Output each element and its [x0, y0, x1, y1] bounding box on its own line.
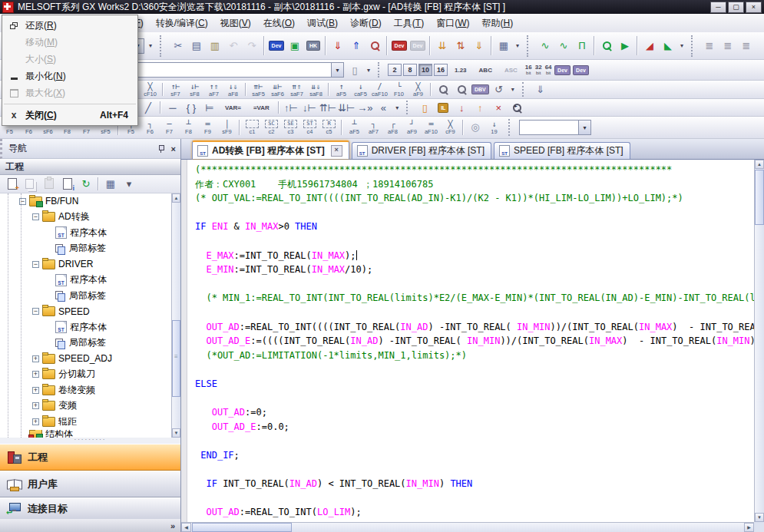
collapse-toggle-icon[interactable]: − — [32, 308, 39, 315]
tree-item[interactable]: ST程序本体 — [0, 225, 180, 241]
statement-3-button[interactable]: ⇓ — [471, 35, 488, 58]
refresh-view-button[interactable]: ↻ — [78, 177, 94, 192]
fkey-19-button[interactable]: ↓19 — [485, 120, 504, 135]
fkey-F10-button[interactable]: └F10 — [389, 82, 408, 97]
fkey-c5-button[interactable]: Rc5 — [319, 120, 339, 135]
fkey-saF5-button[interactable]: ⇈⊢saF5 — [249, 82, 268, 97]
editor-horizontal-scrollbar[interactable]: ◀ ▶ — [181, 522, 754, 532]
panel-splitter[interactable]: ········· — [0, 438, 180, 444]
fkey-sF9-button[interactable]: │sF9 — [217, 120, 236, 135]
blank-button-button[interactable] — [598, 118, 615, 137]
display-real-button[interactable]: 1.23 — [450, 66, 471, 74]
document-tab[interactable]: STAD转换 [FB] 程序本体 [ST]× — [192, 140, 349, 159]
fkey-F8-button[interactable]: ┴F8 — [179, 120, 198, 135]
more-buttons-chevron[interactable]: » — [170, 521, 175, 530]
editor-vertical-scrollbar[interactable]: ▲ ▼ — [754, 160, 764, 522]
display-hex-button[interactable]: 16 — [434, 64, 448, 76]
tree-item[interactable]: +辊距 — [0, 414, 180, 430]
sampling-trace-3-button[interactable]: Π — [574, 35, 590, 58]
fkey-c3-button[interactable]: SEc3 — [281, 120, 300, 135]
menu-item[interactable]: 诊断(D) — [344, 15, 388, 32]
horizontal-line-button[interactable]: ─ — [164, 101, 181, 115]
scroll-left-icon[interactable]: ◀ — [181, 523, 191, 532]
tree-item[interactable]: 局部标签 — [0, 335, 180, 352]
toolbar-overflow-icon[interactable]: ▾ — [146, 42, 155, 49]
toolbar-grip[interactable] — [508, 119, 514, 136]
fkey-saF7-button[interactable]: ⇈⇑saF7 — [287, 82, 306, 97]
watch-window-1-button[interactable] — [435, 82, 451, 97]
trace-search-button[interactable] — [598, 35, 615, 58]
device-comment-button[interactable]: Dev — [268, 35, 285, 58]
device-test-1-button[interactable]: Dev — [554, 61, 571, 78]
tree-item[interactable]: 局部标签 — [0, 241, 180, 257]
fkey-aF8-button[interactable]: ┌aF8 — [383, 120, 402, 135]
new-data-button[interactable]: ▯ — [416, 101, 433, 115]
display-octal-button[interactable]: 8 — [403, 64, 417, 76]
undo-button[interactable]: ↶ — [225, 35, 242, 58]
redo-button[interactable]: ↷ — [243, 35, 260, 58]
insert-statement-button[interactable]: ⇓ — [532, 82, 549, 97]
statement-1-button[interactable]: ⇊ — [434, 35, 451, 58]
display-16bit-button[interactable]: 16bit — [525, 64, 532, 75]
list-view-3-button[interactable]: ≣ — [738, 35, 755, 58]
collapse-toggle-icon[interactable]: − — [32, 213, 39, 220]
scroll-up-icon[interactable]: ▲ — [755, 160, 764, 169]
fkey-saF6-button[interactable]: ⇊⊢saF6 — [268, 82, 287, 97]
tree-item[interactable]: −DRIVER — [0, 256, 180, 273]
menu-item[interactable]: 调试(B) — [301, 15, 344, 32]
verify-with-plc-button[interactable] — [366, 35, 383, 58]
sysmenu-item[interactable]: x关闭(C)Alt+F4 — [2, 107, 137, 124]
display-32bit-button[interactable]: 32bit — [535, 64, 542, 75]
fkey-caF10-button[interactable]: /caF10 — [370, 82, 389, 97]
fkey-aF8-button[interactable]: ↓⇓aF8 — [223, 82, 243, 97]
sort-display-button[interactable]: ▦ — [102, 177, 119, 192]
rising-pulse-button[interactable]: ↑⊢ — [283, 101, 299, 115]
scroll-right-icon[interactable]: ▶ — [744, 523, 754, 532]
device-test-2-button[interactable]: Dev — [573, 61, 590, 78]
display-ascii-button[interactable]: ASC — [500, 66, 522, 74]
falling-pulse-button[interactable]: ↓⊢ — [301, 101, 318, 115]
expand-toggle-icon[interactable]: + — [32, 418, 39, 425]
line-delete-button[interactable]: ╱ — [140, 101, 157, 115]
toolbar-overflow-icon[interactable]: ▾ — [677, 42, 686, 49]
paste-button[interactable]: ▥ — [207, 35, 223, 58]
fkey-F9-button[interactable]: ═F9 — [198, 120, 217, 135]
scroll-thumb[interactable] — [755, 170, 764, 225]
tree-item[interactable]: −FB/FUN — [0, 193, 180, 210]
nav-button-project[interactable]: 工程 — [0, 444, 180, 471]
trace-start-button[interactable]: ▶ — [617, 35, 633, 58]
fkey-aF5-button[interactable]: ┴aF5 — [345, 120, 364, 135]
display-decimal-button[interactable]: 10 — [418, 64, 432, 76]
fkey-sF7-button[interactable]: ↑⊢sF7 — [166, 82, 185, 97]
read-from-plc-button[interactable]: ⇑ — [348, 35, 365, 58]
write-to-plc-button[interactable]: ⇓ — [329, 35, 346, 58]
list-view-2-button[interactable]: ≣ — [719, 35, 736, 58]
trend-graph-1-button[interactable]: ◢ — [641, 35, 658, 58]
tree-item[interactable]: ST程序本体 — [0, 273, 180, 289]
return-button[interactable]: « — [375, 101, 392, 115]
copy-data-button[interactable] — [22, 177, 39, 192]
watch-window-2-button[interactable] — [453, 82, 470, 97]
fkey-c2-button[interactable]: SCc2 — [262, 120, 281, 135]
sort-display-drop-button[interactable]: ▾ — [121, 177, 137, 192]
data-properties-button[interactable]: i — [59, 177, 76, 192]
menu-item[interactable]: 视图(V) — [214, 15, 257, 32]
scroll-up-icon[interactable]: ▲ — [172, 193, 180, 203]
toolbar-overflow-icon[interactable]: ▾ — [508, 86, 518, 93]
expand-toggle-icon[interactable]: + — [32, 387, 39, 394]
nav-button-connect[interactable]: ↩连接目标 — [0, 497, 180, 520]
app-icon[interactable] — [2, 2, 14, 13]
find-next-button[interactable]: ↓ — [453, 101, 470, 115]
nav-button-userlib[interactable]: 用户库 — [0, 471, 180, 497]
tab-close-icon[interactable]: × — [331, 145, 342, 157]
monitor-start-button[interactable]: ▣ — [286, 35, 303, 58]
list-view-1-button[interactable]: ≣ — [701, 35, 718, 58]
sysmenu-item[interactable]: 还原(R) — [2, 17, 137, 34]
fkey-c4-button[interactable]: STc4 — [300, 120, 319, 135]
rising-branch-button[interactable]: ⇈⊢ — [319, 101, 336, 115]
fkey-sF8-button[interactable]: ↓⊢sF8 — [185, 82, 204, 97]
fb-select-combo[interactable]: ▾ — [519, 120, 591, 135]
fkey-aF10-button[interactable]: ═aF10 — [422, 120, 441, 135]
minimize-button[interactable]: ─ — [710, 2, 726, 13]
fkey-aF7-button[interactable]: ↑⇑aF7 — [204, 82, 223, 97]
